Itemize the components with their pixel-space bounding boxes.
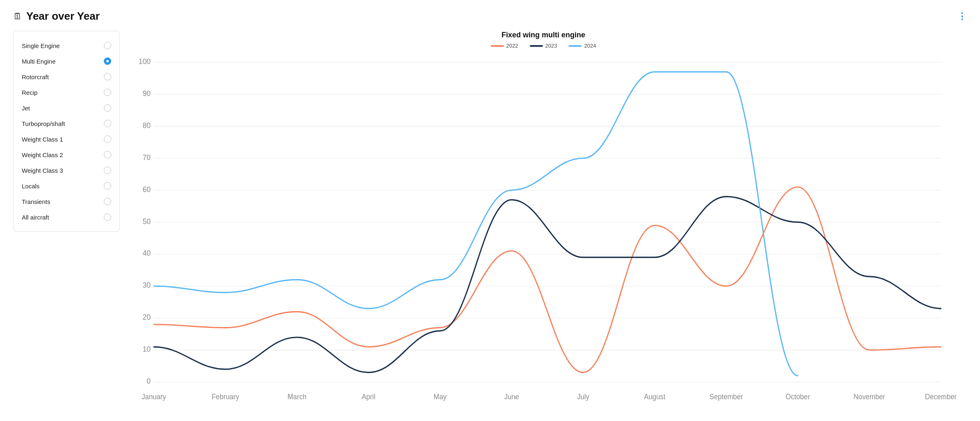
legend-color-2022 (491, 45, 504, 47)
chart-legend: 202220232024 (130, 43, 957, 49)
sidebar-item-weight-class-2[interactable]: Weight Class 2 (14, 147, 119, 162)
sidebar-label: Weight Class 2 (22, 151, 63, 158)
svg-text:September: September (710, 392, 743, 401)
chart-wrapper: 0102030405060708090100JanuaryFebruaryMar… (130, 54, 957, 403)
sidebar-label: Weight Class 1 (22, 136, 63, 143)
svg-text:10: 10 (142, 345, 151, 354)
sidebar-label: All aircraft (22, 214, 49, 221)
calendar-icon: 🗓 (13, 11, 22, 22)
svg-text:October: October (785, 392, 810, 401)
svg-text:90: 90 (142, 89, 151, 98)
sidebar-label: Transients (22, 198, 50, 205)
chart-title: Fixed wing multi engine (130, 31, 957, 39)
svg-text:40: 40 (142, 249, 151, 258)
svg-text:100: 100 (139, 57, 151, 66)
legend-color-2024 (568, 45, 582, 47)
legend-label-2024: 2024 (584, 43, 596, 49)
svg-text:July: July (577, 392, 589, 401)
title-group: 🗓 Year over Year (13, 10, 100, 23)
page-title: Year over Year (26, 10, 100, 23)
sidebar-label: Single Engine (22, 42, 60, 49)
sidebar-item-multi-engine[interactable]: Multi Engine (14, 53, 119, 69)
sidebar-item-transients[interactable]: Transients (14, 194, 119, 209)
header: 🗓 Year over Year ⋮ (13, 10, 967, 23)
radio-button[interactable] (104, 57, 111, 65)
legend-label-2023: 2023 (545, 43, 557, 49)
svg-text:April: April (362, 392, 375, 401)
chart-area: Fixed wing multi engine 202220232024 010… (120, 31, 967, 403)
sidebar: Single EngineMulti EngineRotorcraftRecip… (13, 31, 120, 232)
sidebar-item-weight-class-1[interactable]: Weight Class 1 (14, 131, 119, 147)
sidebar-item-weight-class-3[interactable]: Weight Class 3 (14, 162, 119, 178)
svg-text:August: August (644, 392, 665, 401)
svg-text:January: January (142, 392, 166, 401)
radio-button[interactable] (104, 104, 111, 112)
radio-button[interactable] (104, 213, 111, 221)
sidebar-label: Turboprop/shaft (22, 120, 65, 127)
svg-text:May: May (434, 392, 447, 401)
radio-button[interactable] (104, 135, 111, 143)
svg-text:December: December (925, 392, 957, 401)
sidebar-label: Jet (22, 105, 30, 112)
sidebar-label: Multi Engine (22, 58, 56, 65)
sidebar-item-all-aircraft[interactable]: All aircraft (14, 209, 119, 225)
sidebar-item-single-engine[interactable]: Single Engine (14, 38, 119, 53)
legend-label-2022: 2022 (506, 43, 518, 49)
radio-button[interactable] (104, 167, 111, 174)
radio-button[interactable] (104, 73, 111, 80)
sidebar-item-jet[interactable]: Jet (14, 100, 119, 116)
svg-text:70: 70 (142, 153, 151, 162)
radio-button[interactable] (104, 151, 111, 158)
svg-text:80: 80 (142, 121, 151, 130)
radio-button[interactable] (104, 198, 111, 205)
sidebar-item-rotorcraft[interactable]: Rotorcraft (14, 69, 119, 85)
sidebar-label: Recip (22, 89, 37, 96)
svg-text:March: March (287, 392, 306, 401)
chart-svg: 0102030405060708090100JanuaryFebruaryMar… (130, 54, 957, 403)
sidebar-item-recip[interactable]: Recip (14, 85, 119, 100)
sidebar-label: Locals (22, 183, 39, 190)
more-options-icon[interactable]: ⋮ (957, 11, 967, 22)
svg-text:0: 0 (147, 377, 151, 386)
svg-text:50: 50 (142, 217, 151, 226)
sidebar-item-locals[interactable]: Locals (14, 178, 119, 194)
svg-text:June: June (504, 392, 519, 401)
radio-button[interactable] (104, 42, 111, 49)
sidebar-item-turboprop/shaft[interactable]: Turboprop/shaft (14, 116, 119, 131)
sidebar-label: Rotorcraft (22, 73, 49, 80)
svg-text:February: February (212, 392, 239, 401)
radio-button[interactable] (104, 120, 111, 127)
svg-text:November: November (854, 392, 885, 401)
radio-button[interactable] (104, 89, 111, 96)
legend-color-2023 (530, 45, 543, 47)
legend-item-2022: 2022 (491, 43, 518, 49)
legend-item-2024: 2024 (568, 43, 596, 49)
svg-text:20: 20 (142, 313, 151, 322)
sidebar-label: Weight Class 3 (22, 167, 63, 174)
svg-text:30: 30 (142, 281, 151, 290)
radio-button[interactable] (104, 182, 111, 190)
legend-item-2023: 2023 (530, 43, 557, 49)
content: Single EngineMulti EngineRotorcraftRecip… (13, 31, 967, 403)
svg-text:60: 60 (142, 185, 151, 194)
page: 🗓 Year over Year ⋮ Single EngineMulti En… (0, 0, 980, 421)
